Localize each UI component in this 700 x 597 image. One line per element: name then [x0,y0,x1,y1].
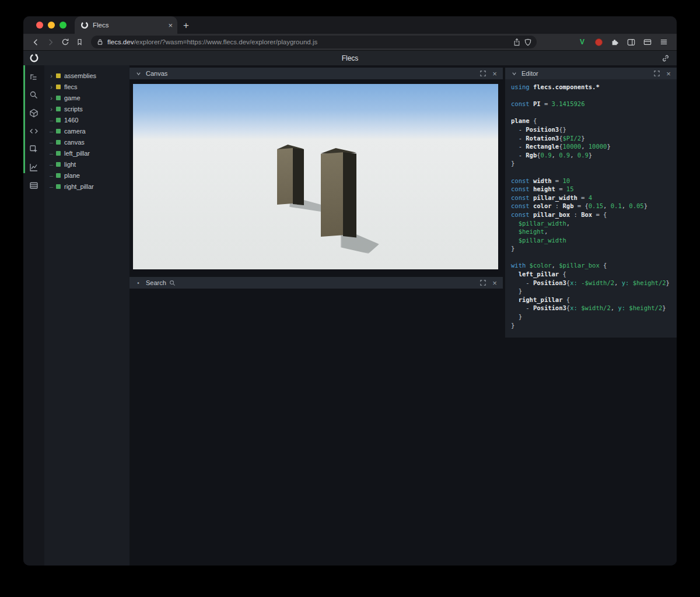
tree-item-left_pillar[interactable]: –left_pillar [44,148,130,159]
editor-panel-header: Editor × [505,68,677,79]
brave-shield-icon[interactable] [524,38,531,46]
bookmark-icon[interactable] [73,36,86,49]
back-icon[interactable] [29,36,43,49]
expand-panel-icon[interactable] [653,69,661,78]
traffic-lights [23,16,75,34]
connection-status-accent [23,65,25,173]
tree-item-canvas[interactable]: –canvas [44,136,130,148]
code-line: $height, [511,227,674,236]
code-icon[interactable] [28,125,40,137]
tree-item-1460[interactable]: –1460 [44,114,130,125]
entity-tree-icon[interactable] [28,71,40,83]
browser-tab-flecs[interactable]: Flecs × [75,16,177,34]
expand-panel-icon[interactable] [479,279,487,287]
tree-item-label: canvas [64,139,85,146]
close-panel-icon[interactable]: × [664,69,673,78]
sidebar-icon[interactable] [625,36,637,48]
tree-item-scripts[interactable]: ›scripts [44,103,130,114]
tree-item-label: flecs [64,83,78,90]
entity-color-square [56,162,61,167]
forward-icon[interactable] [44,36,57,49]
code-line: - Position3{} [511,125,674,134]
code-line: right_pillar { [511,296,674,304]
cube-icon[interactable] [28,107,40,119]
expand-chevron-icon[interactable]: › [48,72,54,79]
inspect-icon[interactable] [28,143,40,155]
code-line [511,108,674,117]
code-line: plane { [511,117,674,125]
code-line: $pillar_width, [511,219,674,228]
reload-icon[interactable] [58,36,72,49]
tree-item-light[interactable]: –light [44,159,130,170]
expand-chevron-icon[interactable]: › [48,83,54,90]
editor-below-area [505,338,677,566]
tab-title: Flecs [93,22,164,29]
left-pillar-side-face [293,148,304,205]
code-line: - Rotation3{$PI/2} [511,134,674,143]
zoom-window-button[interactable] [60,22,66,29]
tab-bar: Flecs × + [23,16,677,34]
puzzle-icon[interactable] [609,36,621,48]
entity-color-square [56,96,61,100]
close-panel-icon[interactable]: × [491,69,499,78]
address-bar[interactable]: flecs.dev/explorer/?wasm=https://www.fle… [91,36,537,48]
extension-icons: V [575,36,670,48]
share-icon[interactable] [513,38,520,46]
tab-close-icon[interactable]: × [168,22,173,29]
entity-color-square [56,173,61,178]
code-line: } [511,321,674,330]
search-icon[interactable] [28,89,40,101]
entity-color-square [56,107,61,111]
tree-item-right_pillar[interactable]: –right_pillar [44,181,130,192]
canvas-panel-header: Canvas × [130,68,503,79]
code-line: const height = 15 [511,185,674,194]
new-tab-button[interactable]: + [177,17,195,34]
tree-item-flecs[interactable]: ›flecs [44,81,130,92]
entity-color-square [56,118,61,122]
chart-icon[interactable] [28,161,40,173]
code-line: - Rgb{0.9, 0.9, 0.9} [511,151,674,160]
extension-red-icon[interactable] [593,36,604,48]
permalink-icon[interactable] [662,54,670,62]
tree-item-assemblies[interactable]: ›assemblies [44,70,130,81]
flecs-logo-icon [29,53,39,63]
canvas-panel-title: Canvas [146,70,167,77]
left-pillar-front-face [277,148,293,205]
tree-item-plane[interactable]: –plane [44,170,130,181]
chevron-down-icon[interactable] [510,69,518,78]
chevron-down-icon[interactable] [134,69,142,78]
code-editor[interactable]: using flecs.components.* const PI = 3.14… [505,79,677,338]
table-icon[interactable] [28,180,40,191]
expand-chevron-icon[interactable]: › [48,94,54,101]
code-line [511,92,674,100]
entity-color-square [56,151,61,156]
code-line: with $color, $pillar_box { [511,261,674,270]
close-panel-icon[interactable]: × [491,279,499,287]
expand-panel-icon[interactable] [479,69,487,78]
tree-item-label: assemblies [64,72,96,79]
code-line: - Position3{x: -$width/2, y: $height/2} [511,279,674,287]
right-pillar-side-face [343,152,356,237]
menu-icon[interactable] [658,36,670,48]
code-line: using flecs.components.* [511,83,674,92]
minimize-window-button[interactable] [48,22,55,29]
tab-favicon-icon [80,21,89,29]
tree-item-label: light [64,161,76,168]
wallet-icon[interactable] [642,36,653,48]
code-line: const pillar_box : Box = { [511,210,674,219]
canvas-3d-viewport[interactable] [133,84,498,269]
magnifier-icon [169,280,176,286]
extension-v-icon[interactable]: V [576,36,588,48]
tree-item-camera[interactable]: –camera [44,125,130,136]
close-window-button[interactable] [36,22,43,29]
right-pillar-front-face [321,152,343,237]
expand-chevron-icon[interactable]: › [48,106,54,113]
collapsed-bullet-icon[interactable]: • [134,279,142,287]
entity-color-square [56,184,61,189]
code-line: const color : Rgb = {0.15, 0.1, 0.05} [511,202,674,210]
leaf-dash-icon: – [48,161,54,168]
code-line: const PI = 3.1415926 [511,100,674,108]
center-column: Canvas × • Search [130,65,505,566]
tree-item-game[interactable]: ›game [44,92,130,103]
tree-item-label: scripts [64,106,83,113]
